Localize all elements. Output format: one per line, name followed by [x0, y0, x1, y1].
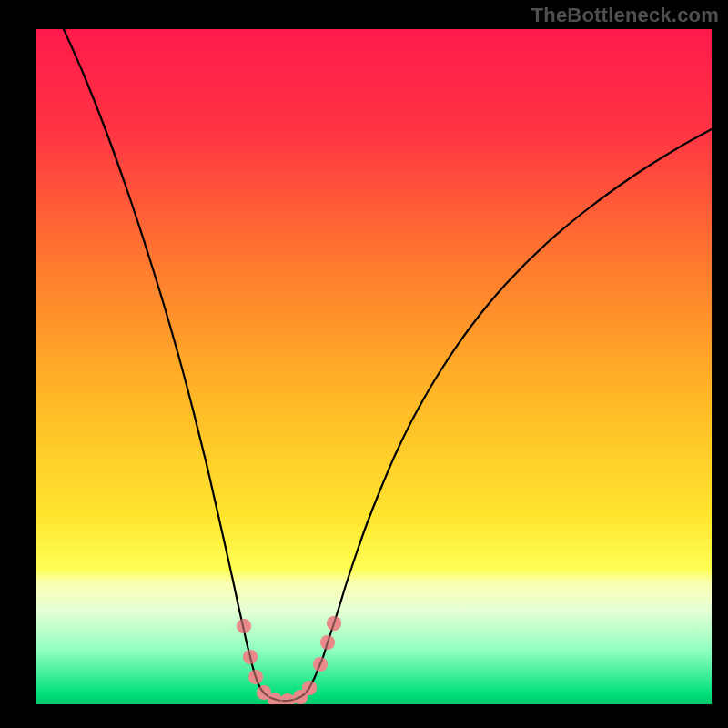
curve-marker	[237, 619, 251, 633]
curve-marker	[248, 670, 263, 684]
curve-marker	[243, 650, 258, 664]
curve-marker	[302, 681, 317, 695]
curve-marker	[313, 657, 328, 672]
watermark-label: TheBottleneck.com	[531, 4, 719, 27]
chart-frame: TheBottleneck.com	[0, 0, 728, 728]
plot-background	[36, 29, 712, 704]
plot-svg	[36, 29, 712, 704]
curve-marker	[320, 635, 335, 650]
plot-area	[36, 29, 712, 704]
curve-marker	[327, 616, 341, 631]
